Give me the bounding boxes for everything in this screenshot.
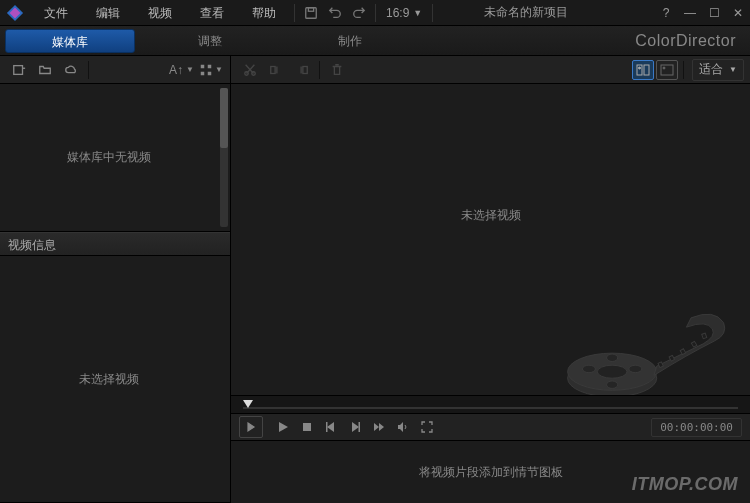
svg-rect-6 (208, 64, 212, 68)
separator (683, 61, 684, 79)
close-button[interactable]: ✕ (726, 0, 750, 26)
zoom-value: 适合 (699, 61, 723, 78)
toolbar: A↑▼ ▼ 适合▼ (0, 56, 750, 84)
svg-marker-35 (352, 422, 359, 432)
svg-marker-38 (379, 423, 384, 431)
grid-view-icon[interactable]: ▼ (199, 59, 223, 81)
preview-area: 未选择视频 (231, 84, 750, 395)
media-empty-message: 媒体库中无视频 (0, 84, 230, 231)
svg-point-15 (639, 67, 641, 69)
svg-rect-29 (702, 333, 707, 339)
timecode-display: 00:00:00:00 (651, 418, 742, 437)
svg-rect-5 (201, 64, 205, 68)
menu-video[interactable]: 视频 (134, 0, 186, 26)
stop-icon[interactable] (295, 416, 319, 438)
svg-marker-33 (327, 422, 334, 432)
content-area: 媒体库中无视频 视频信息 未选择视频 未选择视频 (0, 84, 750, 503)
scrollbar[interactable] (220, 88, 228, 227)
svg-point-17 (663, 67, 665, 69)
svg-rect-11 (271, 66, 275, 73)
cloud-icon[interactable] (59, 59, 83, 81)
menu-help[interactable]: 帮助 (238, 0, 290, 26)
tab-produce[interactable]: 制作 (285, 29, 415, 53)
import-file-icon[interactable] (7, 59, 31, 81)
next-frame-icon[interactable] (343, 416, 367, 438)
svg-rect-28 (691, 341, 697, 347)
svg-marker-31 (279, 422, 288, 432)
left-column: 媒体库中无视频 视频信息 未选择视频 (0, 84, 231, 503)
help-button[interactable]: ? (654, 0, 678, 26)
info-empty-message: 未选择视频 (0, 256, 230, 502)
save-icon[interactable] (299, 0, 323, 26)
svg-rect-32 (303, 423, 311, 431)
svg-rect-16 (661, 65, 673, 75)
video-info-header: 视频信息 (0, 232, 230, 256)
redo-icon[interactable] (347, 0, 371, 26)
svg-point-24 (607, 381, 618, 388)
svg-rect-14 (644, 65, 649, 75)
preview-empty-message: 未选择视频 (461, 206, 521, 223)
zoom-dropdown[interactable]: 适合▼ (692, 59, 744, 81)
tab-adjust[interactable]: 调整 (145, 29, 275, 53)
svg-rect-4 (14, 65, 23, 74)
chevron-down-icon: ▼ (186, 65, 194, 74)
chevron-down-icon: ▼ (215, 65, 223, 74)
main-menu: 文件 编辑 视频 查看 帮助 (30, 0, 290, 26)
sort-label: A↑ (169, 63, 183, 77)
undo-icon[interactable] (323, 0, 347, 26)
storyboard-hint: 将视频片段添加到情节图板 (419, 464, 563, 481)
svg-rect-8 (208, 71, 212, 75)
trash-icon[interactable] (325, 59, 349, 81)
timeline[interactable] (231, 395, 750, 413)
svg-rect-3 (308, 7, 313, 11)
video-info-panel: 未选择视频 (0, 256, 230, 503)
sort-dropdown[interactable]: A↑▼ (165, 63, 198, 77)
prev-frame-icon[interactable] (319, 416, 343, 438)
aspect-ratio-value: 16:9 (386, 6, 409, 20)
scrollbar-thumb[interactable] (220, 88, 228, 148)
single-view-icon[interactable] (656, 60, 678, 80)
separator (88, 61, 89, 79)
chevron-down-icon: ▼ (413, 8, 422, 18)
menu-file[interactable]: 文件 (30, 0, 82, 26)
minimize-button[interactable]: — (678, 0, 702, 26)
separator (294, 4, 295, 22)
volume-icon[interactable] (391, 416, 415, 438)
svg-rect-36 (359, 422, 361, 432)
import-folder-icon[interactable] (33, 59, 57, 81)
compare-view-icon[interactable] (632, 60, 654, 80)
preview-toolbar: 适合▼ (231, 56, 750, 83)
mode-tabs: 媒体库 调整 制作 ColorDirector (0, 26, 750, 56)
storyboard-panel[interactable]: 将视频片段添加到情节图板 (231, 441, 750, 503)
loop-icon[interactable] (239, 416, 263, 438)
menu-view[interactable]: 查看 (186, 0, 238, 26)
separator (319, 61, 320, 79)
maximize-button[interactable]: ☐ (702, 0, 726, 26)
play-icon[interactable] (271, 416, 295, 438)
split-right-icon[interactable] (290, 59, 314, 81)
project-title: 未命名的新项目 (437, 4, 654, 21)
tab-media[interactable]: 媒体库 (5, 29, 135, 53)
aspect-ratio-dropdown[interactable]: 16:9▼ (380, 6, 428, 20)
menu-edit[interactable]: 编辑 (82, 0, 134, 26)
svg-rect-34 (326, 422, 328, 432)
right-column: 未选择视频 (231, 84, 750, 503)
brand-label: ColorDirector (635, 32, 736, 50)
timeline-track (243, 407, 738, 409)
svg-rect-27 (680, 349, 686, 355)
separator (432, 4, 433, 22)
window-controls: ? — ☐ ✕ (654, 0, 750, 26)
svg-point-22 (629, 365, 642, 372)
svg-marker-30 (248, 423, 254, 431)
fullscreen-icon[interactable] (415, 416, 439, 438)
split-left-icon[interactable] (264, 59, 288, 81)
timeline-playhead[interactable] (243, 400, 253, 408)
cut-icon[interactable] (238, 59, 262, 81)
separator (375, 4, 376, 22)
svg-rect-7 (201, 71, 205, 75)
svg-rect-12 (303, 66, 307, 73)
svg-rect-2 (306, 7, 317, 18)
svg-marker-39 (398, 422, 403, 432)
svg-marker-37 (374, 423, 379, 431)
fast-forward-icon[interactable] (367, 416, 391, 438)
